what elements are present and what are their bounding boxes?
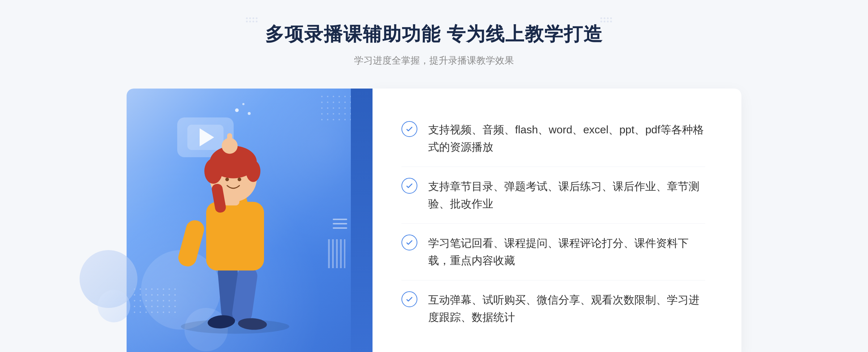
main-title: 多项录播课辅助功能 专为线上教学打造	[265, 22, 603, 47]
feature-text-4: 互动弹幕、试听购买、微信分享、观看次数限制、学习进度跟踪、数据统计	[428, 291, 705, 326]
dots-decoration-right	[600, 14, 622, 25]
content-area: › ›	[127, 89, 741, 352]
svg-rect-7	[176, 218, 206, 269]
svg-rect-5	[206, 202, 264, 271]
check-icon-3	[401, 235, 417, 250]
svg-point-15	[238, 178, 241, 181]
feature-text-1: 支持视频、音频、flash、word、excel、ppt、pdf等各种格式的资源…	[428, 121, 705, 156]
right-features-panel: 支持视频、音频、flash、word、excel、ppt、pdf等各种格式的资源…	[373, 89, 741, 352]
svg-point-14	[225, 178, 229, 181]
svg-point-11	[204, 159, 222, 184]
feature-item-1: 支持视频、音频、flash、word、excel、ppt、pdf等各种格式的资源…	[401, 110, 705, 167]
feature-text-2: 支持章节目录、弹题考试、课后练习、课后作业、章节测验、批改作业	[428, 178, 705, 213]
left-illustration-panel	[127, 89, 373, 352]
page-container: 多项录播课辅助功能 专为线上教学打造 学习进度全掌握，提升录播课教学效果 › ›	[0, 0, 868, 352]
check-icon-1	[401, 121, 417, 137]
svg-point-12	[246, 160, 260, 182]
feature-item-2: 支持章节目录、弹题考试、课后练习、课后作业、章节测验、批改作业	[401, 167, 705, 224]
feature-text-3: 学习笔记回看、课程提问、课程评论打分、课件资料下载，重点内容收藏	[428, 235, 705, 269]
header-section: 多项录播课辅助功能 专为线上教学打造 学习进度全掌握，提升录播课教学效果	[265, 22, 603, 67]
check-icon-2	[401, 178, 417, 194]
feature-item-4: 互动弹幕、试听购买、微信分享、观看次数限制、学习进度跟踪、数据统计	[401, 280, 705, 337]
svg-point-0	[181, 319, 289, 334]
stripe-rect-decoration	[328, 239, 345, 268]
person-illustration	[127, 89, 373, 352]
check-icon-4	[401, 291, 417, 307]
feature-item-3: 学习笔记回看、课程提问、课程评论打分、课件资料下载，重点内容收藏	[401, 224, 705, 280]
sub-title: 学习进度全掌握，提升录播课教学效果	[265, 54, 603, 67]
svg-rect-17	[227, 133, 232, 148]
outer-circle-decoration-2	[98, 290, 130, 322]
dots-decoration-left	[246, 14, 268, 25]
